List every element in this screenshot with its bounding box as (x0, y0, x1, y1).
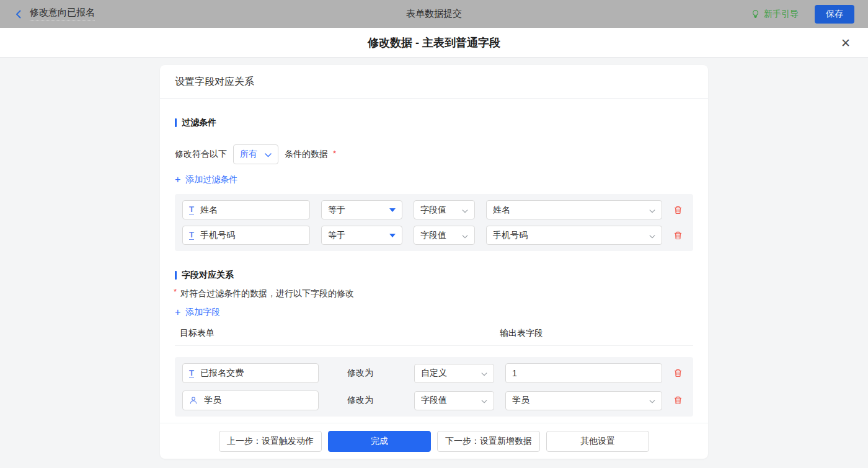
filter-row: T 姓名 等于 字段值 姓名 (182, 200, 686, 219)
match-type-select[interactable]: 所有 (233, 144, 278, 164)
filter-field-input[interactable]: T 手机号码 (182, 226, 310, 245)
target-field-input[interactable]: 学员 (182, 391, 319, 410)
mapping-section-title: 字段对应关系 (175, 270, 693, 281)
modify-to-label: 修改为 (330, 395, 403, 406)
filter-field-input[interactable]: T 姓名 (182, 200, 310, 219)
required-mark: * (174, 287, 177, 296)
column-output-field: 输出表字段 (500, 328, 543, 339)
modify-to-label: 修改为 (330, 368, 403, 379)
match-suffix-label: 条件的数据 (285, 149, 328, 160)
required-mark: * (333, 149, 336, 158)
operator-select[interactable]: 等于 (321, 226, 402, 245)
dialog-body: 设置字段对应关系 过滤条件 修改符合以下 所有 条件的数据 * + (0, 58, 868, 468)
mapping-columns-header: 目标表单 输出表字段 (175, 328, 693, 346)
delete-icon[interactable] (673, 205, 686, 215)
chevron-down-icon (649, 205, 655, 215)
value-type-select[interactable]: 自定义 (414, 364, 494, 383)
prev-step-button[interactable]: 上一步：设置触发动作 (219, 431, 322, 452)
guide-link[interactable]: 新手引导 (751, 9, 799, 20)
chevron-down-icon (265, 149, 272, 159)
text-field-icon: T (189, 369, 194, 378)
add-filter-link[interactable]: + 添加过滤条件 (175, 174, 237, 185)
mapping-rows-panel: T 已报名交费 修改为 自定义 (175, 357, 693, 417)
add-field-link[interactable]: + 添加字段 (175, 307, 220, 318)
section-accent-bar (175, 118, 177, 127)
topbar: 修改意向已报名 表单数据提交 新手引导 保存 (0, 0, 868, 28)
chevron-down-icon (649, 395, 655, 405)
chevron-down-icon (462, 231, 468, 241)
target-field-input[interactable]: T 已报名交费 (182, 363, 319, 383)
custom-value-input[interactable] (505, 363, 662, 383)
page-title: 表单数据提交 (406, 8, 462, 20)
plus-icon: + (175, 175, 180, 185)
filter-section-title: 过滤条件 (175, 117, 693, 128)
mapping-row: T 已报名交费 修改为 自定义 (182, 363, 686, 383)
filter-row: T 手机号码 等于 字段值 手机号码 (182, 226, 686, 245)
text-field-icon: T (189, 231, 194, 240)
other-settings-button[interactable]: 其他设置 (546, 431, 649, 452)
text-field-icon: T (189, 205, 194, 214)
filter-rows-panel: T 姓名 等于 字段值 姓名 (175, 194, 693, 251)
caret-down-icon (389, 208, 396, 212)
value-type-select[interactable]: 字段值 (414, 226, 475, 245)
section-accent-bar (175, 271, 177, 280)
lightbulb-icon (751, 9, 760, 19)
settings-card: 设置字段对应关系 过滤条件 修改符合以下 所有 条件的数据 * + (160, 65, 708, 459)
guide-label: 新手引导 (764, 9, 799, 20)
mapping-description: * 对符合过滤条件的数据，进行以下字段的修改 (175, 288, 693, 299)
save-button[interactable]: 保存 (815, 5, 854, 24)
next-step-button[interactable]: 下一步：设置新增数据 (437, 431, 540, 452)
flow-name[interactable]: 修改意向已报名 (30, 7, 95, 21)
caret-down-icon (389, 234, 396, 237)
chevron-down-icon (462, 205, 468, 215)
value-select[interactable]: 学员 (505, 391, 662, 410)
column-target-form: 目标表单 (175, 328, 500, 339)
operator-select[interactable]: 等于 (321, 200, 402, 219)
match-prefix-label: 修改符合以下 (175, 149, 227, 160)
done-button[interactable]: 完成 (328, 431, 431, 452)
chevron-down-icon (649, 231, 655, 241)
value-select[interactable]: 姓名 (486, 200, 662, 219)
delete-icon[interactable] (673, 368, 686, 378)
card-title: 设置字段对应关系 (160, 65, 708, 99)
delete-icon[interactable] (673, 395, 686, 405)
value-select[interactable]: 手机号码 (486, 226, 662, 245)
person-icon (189, 396, 198, 405)
dialog-title: 修改数据 - 主表到普通字段 (368, 35, 500, 50)
back-icon[interactable] (14, 9, 24, 19)
chevron-down-icon (481, 368, 487, 378)
value-type-select[interactable]: 字段值 (414, 200, 475, 219)
value-type-select[interactable]: 字段值 (414, 391, 494, 410)
plus-icon: + (175, 307, 180, 317)
delete-icon[interactable] (673, 231, 686, 241)
mapping-row: 学员 修改为 字段值 学员 (182, 391, 686, 410)
dialog-footer: 上一步：设置触发动作 完成 下一步：设置新增数据 其他设置 (160, 423, 708, 459)
match-condition-row: 修改符合以下 所有 条件的数据 * (175, 144, 693, 164)
chevron-down-icon (481, 395, 487, 405)
close-icon[interactable]: ✕ (841, 37, 851, 48)
dialog-header: 修改数据 - 主表到普通字段 ✕ (0, 28, 868, 58)
